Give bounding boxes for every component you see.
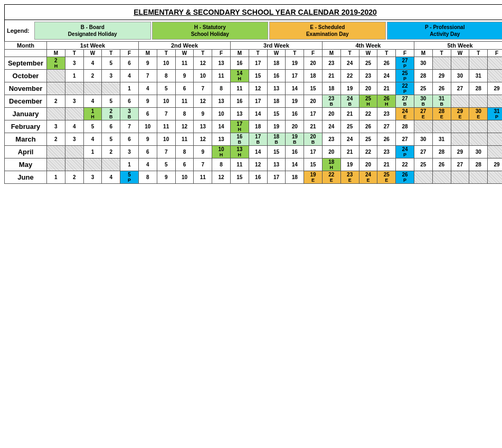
- nov-4: 4: [138, 82, 157, 95]
- jan-21: 21: [340, 108, 359, 120]
- dec-4: 4: [83, 95, 102, 108]
- sep-16: 16: [230, 57, 249, 70]
- dec-18: 18: [267, 95, 286, 108]
- sep-12: 12: [194, 57, 212, 70]
- oct-11: 11: [212, 70, 231, 82]
- oct-18: 18: [304, 70, 323, 82]
- oct-8: 8: [157, 70, 175, 82]
- apr-24: 24P: [396, 146, 414, 158]
- jan-29: 29E: [451, 108, 469, 120]
- december-label: December: [5, 95, 47, 108]
- apr-e3: [488, 146, 502, 158]
- mar-11: 11: [175, 133, 194, 146]
- d4: T: [102, 50, 120, 57]
- dec-30: 30B: [414, 95, 432, 108]
- apr-14: 14: [249, 146, 267, 158]
- february-label: February: [5, 120, 47, 133]
- oct-15: 15: [249, 70, 267, 82]
- apr-30: 30: [469, 146, 488, 158]
- apr-3: 3: [120, 146, 139, 158]
- dec-e2: [469, 95, 488, 108]
- jan-e2: [65, 108, 83, 120]
- d20: F: [396, 50, 414, 57]
- may-11: 11: [230, 158, 249, 171]
- jun-3: 3: [83, 171, 102, 184]
- feb-11: 11: [157, 120, 175, 133]
- sep-23: 23: [322, 57, 340, 70]
- sep-30: 30: [414, 57, 432, 70]
- apr-8: 8: [175, 146, 194, 158]
- mar-5: 5: [102, 133, 120, 146]
- apr-9: 9: [194, 146, 212, 158]
- mar-2: 2: [47, 133, 65, 146]
- nov-25: 25: [414, 82, 432, 95]
- apr-15: 15: [267, 146, 286, 158]
- jun-1: 1: [47, 171, 65, 184]
- april-row: April 1 2 3 6 7 8 9 10H 13H 14 15 16 17 …: [5, 146, 503, 158]
- mar-24: 24: [340, 133, 359, 146]
- jun-5: 5P: [120, 171, 139, 184]
- feb-13: 13: [194, 120, 212, 133]
- jan-14: 14: [249, 108, 267, 120]
- may-20: 20: [359, 158, 377, 171]
- feb-e3: [451, 120, 469, 133]
- nov-27: 27: [451, 82, 469, 95]
- jan-24: 24E: [396, 108, 414, 120]
- oct-3: 3: [102, 70, 120, 82]
- sep-26: 26: [377, 57, 396, 70]
- month-header: Month: [5, 42, 47, 50]
- oct-23: 23: [359, 70, 377, 82]
- jan-15: 15: [267, 108, 286, 120]
- dec-24: 24B: [340, 95, 359, 108]
- apr-2: 2: [102, 146, 120, 158]
- jan-1: 1H: [83, 108, 102, 120]
- mar-e2: [469, 133, 488, 146]
- jan-20: 20: [322, 108, 340, 120]
- jan-16: 16: [286, 108, 304, 120]
- mar-6: 6: [120, 133, 139, 146]
- feb-10: 10: [138, 120, 157, 133]
- nov-29: 29: [488, 82, 502, 95]
- feb-27: 27: [377, 120, 396, 133]
- feb-e1: [414, 120, 432, 133]
- mar-9: 9: [138, 133, 157, 146]
- jan-31: 31P: [488, 108, 502, 120]
- sep-5: 5: [102, 57, 120, 70]
- may-14: 14: [286, 158, 304, 171]
- nov-22: 22P: [396, 82, 414, 95]
- mar-12: 12: [194, 133, 212, 146]
- may-1: 1: [120, 158, 139, 171]
- may-label: May: [5, 158, 47, 171]
- jan-7: 7: [157, 108, 175, 120]
- jan-2: 2B: [102, 108, 120, 120]
- feb-19: 19: [267, 120, 286, 133]
- october-row: October 1 2 3 4 7 8 9 10 11 14H 15 16 17…: [5, 70, 503, 82]
- d22: T: [432, 50, 451, 57]
- apr-23: 23: [377, 146, 396, 158]
- may-26: 26: [432, 158, 451, 171]
- nov-28: 28: [469, 82, 488, 95]
- sep-e4: [488, 57, 502, 70]
- jun-e3: [451, 171, 469, 184]
- feb-6: 6: [102, 120, 120, 133]
- week4-header: 4th Week: [322, 42, 414, 50]
- calendar-table: Month 1st Week 2nd Week 3rd Week 4th Wee…: [4, 41, 502, 184]
- month-col-header: [5, 50, 47, 57]
- jun-e4: [469, 171, 488, 184]
- may-15: 15: [304, 158, 323, 171]
- may-4: 4: [138, 158, 157, 171]
- nov-8: 8: [212, 82, 231, 95]
- feb-18: 18: [249, 120, 267, 133]
- oct-10: 10: [194, 70, 212, 82]
- mar-16: 16B: [230, 133, 249, 146]
- jan-23: 23: [377, 108, 396, 120]
- mar-13: 13: [212, 133, 231, 146]
- feb-e2: [432, 120, 451, 133]
- apr-e2: [65, 146, 83, 158]
- d13: W: [267, 50, 286, 57]
- nov-26: 26: [432, 82, 451, 95]
- jan-8: 8: [175, 108, 194, 120]
- may-29: 29: [488, 158, 502, 171]
- sep-20: 20: [304, 57, 323, 70]
- feb-26: 26: [359, 120, 377, 133]
